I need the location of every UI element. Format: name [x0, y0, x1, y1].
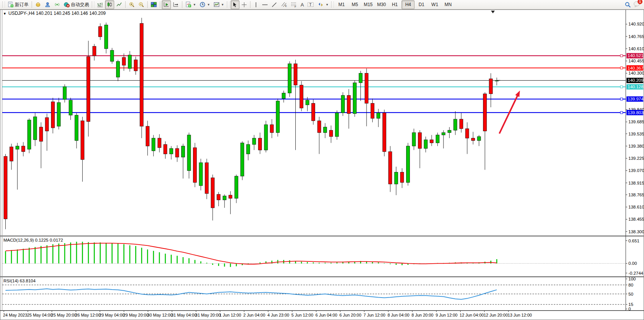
timeframe-button-mn[interactable]: MN: [442, 0, 454, 9]
candle-body: [353, 83, 356, 113]
price-axis-label: 139.225: [628, 156, 644, 161]
time-axis-label: 29 May 04:00: [99, 313, 125, 317]
timeframe-bar: M1M5M15M30H1H4D1W1MN: [335, 0, 454, 9]
templates-icon: [214, 2, 220, 8]
hline-handle[interactable]: [620, 86, 623, 88]
arrows-tool-icon: [317, 2, 324, 8]
time-axis-label: 25 May 20:00: [51, 313, 77, 317]
cursor-icon: [232, 2, 238, 8]
time-axis-label: 9 Jun 12:00: [435, 313, 457, 317]
new-order-button[interactable]: 新订单: [6, 0, 30, 9]
candle: [104, 22, 108, 53]
candle: [57, 98, 61, 129]
templates-button[interactable]: ▼: [212, 0, 226, 9]
autotrade-button[interactable]: 自动交易: [62, 0, 91, 9]
autotrade-icon: [64, 2, 70, 8]
bar-chart-button[interactable]: [96, 0, 105, 9]
tile-windows-button[interactable]: [149, 0, 158, 9]
candle-body: [483, 94, 487, 131]
community-button[interactable]: [43, 0, 52, 9]
timeframe-button-m1[interactable]: M1: [335, 0, 348, 9]
candle: [140, 18, 143, 138]
time-axis-label: 12 Jun 20:00: [484, 313, 508, 317]
periods-button[interactable]: ▼: [198, 0, 212, 9]
line-chart-button[interactable]: [115, 0, 124, 9]
candle-body: [146, 126, 149, 146]
rsi-label: RSI(14) 63.8104: [3, 279, 36, 283]
time-axis-label: 12 Jun 04:00: [460, 313, 484, 317]
wallet-button[interactable]: [33, 0, 43, 9]
candle-body: [317, 121, 321, 132]
candle-body: [92, 46, 96, 56]
candle: [353, 80, 356, 117]
cursor-tool-button[interactable]: [231, 0, 239, 9]
vertical-line-tool-button[interactable]: [252, 0, 260, 9]
price-axis-label: 140.610: [628, 46, 644, 51]
equidistant-channel-tool-button[interactable]: E: [279, 0, 289, 9]
toolbar-grip[interactable]: [2, 2, 5, 8]
candlestick-chart-button[interactable]: [105, 0, 114, 9]
search-icon[interactable]: [625, 2, 631, 8]
candle-body: [211, 178, 214, 208]
candle-body: [347, 96, 351, 114]
text-tool-button[interactable]: A: [299, 0, 306, 9]
candle-body: [99, 27, 102, 37]
candle-body: [87, 57, 90, 122]
timeframe-button-h1[interactable]: H1: [388, 0, 401, 9]
candle-body: [45, 118, 49, 131]
price-axis-label: 138.610: [628, 205, 644, 209]
price-axis-label: 139.070: [628, 168, 644, 173]
chart-shift-button[interactable]: [171, 0, 180, 9]
mt4-terminal-window: { "toolbar": { "new_order_label": "新订单",…: [0, 0, 644, 320]
candle-body: [400, 172, 404, 183]
hline-handle[interactable]: [620, 98, 623, 100]
candle-body: [27, 120, 31, 149]
price-axis-label: 138.765: [628, 193, 644, 197]
candle-body: [430, 140, 434, 143]
usdjpy-h4-chart[interactable]: 140.920140.765140.610140.455140.300139.8…: [0, 10, 644, 320]
auto-scroll-icon: [163, 2, 169, 8]
zoom-in-button[interactable]: [127, 0, 136, 9]
candle-body: [169, 148, 173, 154]
chart-title-collapse-icon[interactable]: ▼: [3, 12, 6, 16]
timeframe-button-d1[interactable]: D1: [415, 0, 428, 9]
macd-axis-label: -0.2744: [628, 271, 644, 275]
time-axis-label: 13 Jun 12:00: [508, 313, 532, 317]
macd-axis-label: 0.00: [628, 261, 637, 266]
candle-body: [424, 140, 427, 148]
candle: [110, 48, 114, 64]
auto-scroll-button[interactable]: [162, 0, 171, 9]
chart-shift-icon: [173, 2, 179, 8]
indicators-button[interactable]: ▼: [184, 0, 198, 9]
horizontal-line-tool-button[interactable]: [260, 0, 269, 9]
candle-body: [110, 50, 114, 61]
svg-text:F: F: [295, 5, 296, 8]
timeframe-button-h4[interactable]: H4: [402, 0, 414, 9]
trendline-tool-button[interactable]: [270, 0, 279, 9]
signals-icon: [54, 2, 60, 8]
hline-handle[interactable]: [620, 67, 623, 69]
fibonacci-tool-button[interactable]: F: [289, 0, 299, 9]
signals-button[interactable]: [53, 0, 62, 9]
arrows-tool-button[interactable]: ▼: [316, 0, 330, 9]
candle-body: [152, 138, 155, 151]
line-chart-icon: [116, 2, 122, 8]
chart-title-row: ▼USDJPY-,H4 140.201 140.245 140.146 140.…: [3, 11, 106, 16]
zoom-out-button[interactable]: [137, 0, 146, 9]
hline-handle[interactable]: [620, 111, 623, 114]
time-axis-label: 2 Jun 04:00: [243, 313, 265, 317]
timeframe-button-m5[interactable]: M5: [348, 0, 361, 9]
label-tool-button[interactable]: T: [306, 0, 316, 9]
crosshair-tool-button[interactable]: [240, 0, 249, 9]
timeframe-button-m15[interactable]: M15: [362, 0, 375, 9]
candle-body: [134, 60, 137, 71]
candle-body: [282, 93, 285, 99]
candle: [4, 154, 7, 229]
price-axis-label: 139.685: [628, 119, 644, 124]
time-axis-label: 31 May 04:00: [171, 313, 197, 317]
timeframe-button-w1[interactable]: W1: [428, 0, 441, 9]
hline-handle[interactable]: [620, 54, 623, 57]
timeframe-button-m30[interactable]: M30: [375, 0, 388, 9]
main-toolbar: 新订单 自动交易: [0, 0, 644, 10]
notifications-button[interactable]: 1: [633, 1, 640, 9]
